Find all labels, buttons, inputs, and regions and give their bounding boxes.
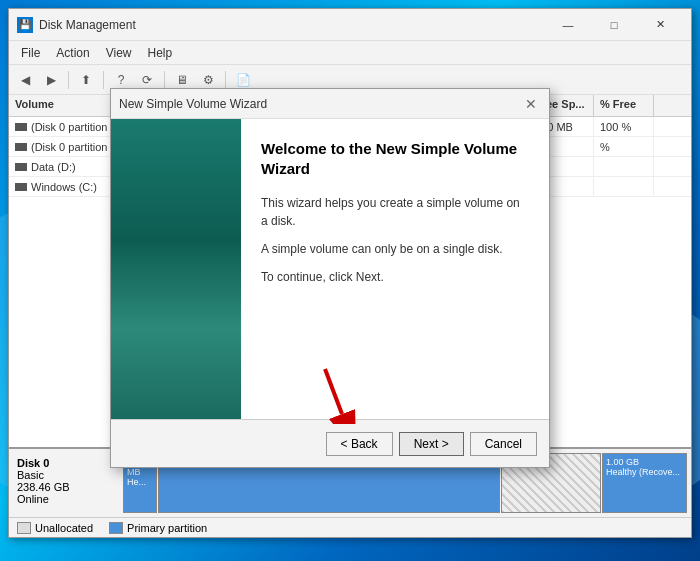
cell-pct-2	[594, 157, 654, 176]
toolbar-separator-2	[103, 71, 104, 89]
wizard-para-0: This wizard helps you create a simple vo…	[261, 194, 529, 230]
menu-file[interactable]: File	[13, 44, 48, 62]
cancel-button[interactable]: Cancel	[470, 432, 537, 456]
cell-pct-3	[594, 177, 654, 196]
menu-bar: File Action View Help	[9, 41, 691, 65]
wizard-close-button[interactable]: ✕	[521, 94, 541, 114]
disk-status: Online	[17, 493, 119, 505]
maximize-button[interactable]: □	[591, 9, 637, 41]
disk-label-0: Disk 0 Basic 238.46 GB Online	[13, 453, 123, 513]
wizard-para-1: A simple volume can only be on a single …	[261, 240, 529, 258]
menu-action[interactable]: Action	[48, 44, 97, 62]
legend-unalloc-label: Unallocated	[35, 522, 93, 534]
volume-icon-0	[15, 123, 27, 131]
wizard-content: Welcome to the New Simple Volume Wizard …	[241, 119, 549, 419]
disk-type: Basic	[17, 469, 119, 481]
wizard-title-bar: New Simple Volume Wizard ✕	[111, 89, 549, 119]
part-status-0: MB	[127, 467, 153, 477]
back-button[interactable]: < Back	[326, 432, 393, 456]
part-size-recovery: 1.00 GB	[606, 457, 683, 467]
title-bar: 💾 Disk Management — □ ✕	[9, 9, 691, 41]
legend-primary: Primary partition	[109, 522, 207, 534]
legend-box-unalloc	[17, 522, 31, 534]
volume-icon-3	[15, 183, 27, 191]
wizard-dialog: New Simple Volume Wizard ✕ Welcome to th…	[110, 88, 550, 468]
disk-partition-recovery[interactable]: 1.00 GB Healthy (Recove...	[602, 453, 687, 513]
svg-line-1	[325, 369, 342, 414]
legend-primary-label: Primary partition	[127, 522, 207, 534]
close-button[interactable]: ✕	[637, 9, 683, 41]
toolbar-separator-1	[68, 71, 69, 89]
wizard-heading: Welcome to the New Simple Volume Wizard	[261, 139, 529, 178]
legend: Unallocated Primary partition	[9, 517, 691, 537]
menu-help[interactable]: Help	[140, 44, 181, 62]
cell-pct-1: %	[594, 137, 654, 156]
next-button[interactable]: Next >	[399, 432, 464, 456]
minimize-button[interactable]: —	[545, 9, 591, 41]
wizard-footer: < Back Next > Cancel	[111, 419, 549, 467]
cell-pct-0: 100 %	[594, 117, 654, 136]
volume-icon-2	[15, 163, 27, 171]
toolbar-separator-4	[225, 71, 226, 89]
arrow-indicator	[310, 364, 360, 427]
disk-size: 238.46 GB	[17, 481, 119, 493]
wizard-title: New Simple Volume Wizard	[119, 97, 521, 111]
legend-box-primary	[109, 522, 123, 534]
forward-toolbar-button[interactable]: ▶	[39, 69, 63, 91]
part-label-recovery: Healthy (Recove...	[606, 467, 683, 477]
window-title: Disk Management	[39, 18, 545, 32]
wizard-sidebar-image	[111, 119, 241, 419]
legend-unallocated: Unallocated	[17, 522, 93, 534]
menu-view[interactable]: View	[98, 44, 140, 62]
app-icon: 💾	[17, 17, 33, 33]
volume-icon-1	[15, 143, 27, 151]
col-pctfree: % Free	[594, 95, 654, 116]
disk-name: Disk 0	[17, 457, 119, 469]
back-toolbar-button[interactable]: ◀	[13, 69, 37, 91]
part-label-0: He...	[127, 477, 153, 487]
wizard-para-2: To continue, click Next.	[261, 268, 529, 286]
toolbar-separator-3	[164, 71, 165, 89]
window-controls: — □ ✕	[545, 9, 683, 41]
up-toolbar-button[interactable]: ⬆	[74, 69, 98, 91]
